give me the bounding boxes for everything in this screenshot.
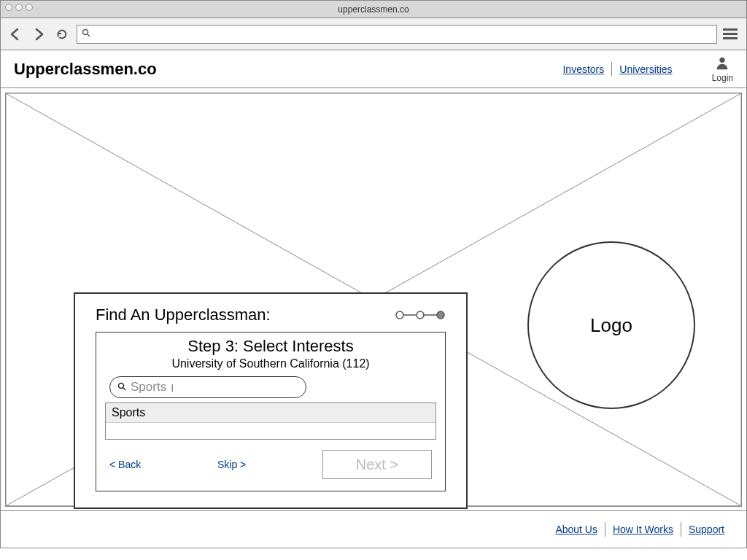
footer-support[interactable]: Support <box>689 524 724 535</box>
nav-separator <box>611 62 612 77</box>
footer-how[interactable]: How It Works <box>613 524 673 535</box>
url-bar[interactable] <box>77 25 717 44</box>
reload-button[interactable] <box>53 26 71 43</box>
suggestion-item[interactable]: Sports <box>106 403 436 423</box>
back-link[interactable]: < Back <box>109 459 141 470</box>
step-box: Step 3: Select Interests University of S… <box>96 332 446 491</box>
brand-logo-text[interactable]: Upperclassmen.co <box>14 60 157 79</box>
hamburger-menu-icon[interactable] <box>723 26 740 43</box>
next-button[interactable]: Next > <box>322 450 432 479</box>
svg-point-10 <box>119 383 124 388</box>
logo-label: Logo <box>590 314 632 337</box>
svg-point-2 <box>720 58 725 63</box>
header-right: Investors Universities Login <box>562 55 733 83</box>
footer-separator <box>681 522 681 537</box>
svg-point-8 <box>417 311 424 319</box>
footer-about[interactable]: About Us <box>555 524 597 535</box>
browser-toolbar <box>1 18 746 50</box>
browser-window: upperclassmen.co Upperclassmen.co Invest… <box>0 0 747 548</box>
header-nav: Investors Universities <box>562 62 672 77</box>
svg-line-11 <box>123 388 125 390</box>
search-value: Sports I <box>131 380 174 394</box>
window-dot[interactable] <box>5 4 12 11</box>
browser-title: upperclassmen.co <box>338 4 409 15</box>
footer-separator <box>605 522 605 537</box>
nav-universities[interactable]: Universities <box>619 63 672 75</box>
user-icon <box>714 55 730 73</box>
svg-point-0 <box>83 30 88 35</box>
skip-link[interactable]: Skip > <box>217 459 246 470</box>
hero-area: Logo Find An Upperclassman: Step 3: Sele… <box>1 88 746 511</box>
window-controls[interactable] <box>5 4 33 11</box>
step-footer: < Back Skip > Next > <box>105 450 436 479</box>
nav-investors[interactable]: Investors <box>562 63 604 75</box>
window-dot[interactable] <box>15 4 23 11</box>
site-header: Upperclassmen.co Investors Universities … <box>1 50 746 88</box>
logo-placeholder: Logo <box>527 241 695 409</box>
panel-title: Find An Upperclassman: <box>96 306 271 324</box>
browser-titlebar: upperclassmen.co <box>1 1 746 18</box>
search-icon <box>117 382 126 393</box>
step-subheading: University of Southern California (112) <box>105 357 436 370</box>
progress-indicator <box>395 310 446 320</box>
suggestion-empty-row <box>106 423 436 439</box>
login-button[interactable]: Login <box>712 55 733 83</box>
find-panel: Find An Upperclassman: Step 3: Select In… <box>74 292 468 509</box>
interest-search-input[interactable]: Sports I <box>109 376 306 398</box>
suggestion-dropdown: Sports <box>105 402 436 440</box>
svg-point-9 <box>437 311 444 319</box>
login-label: Login <box>712 73 733 83</box>
svg-point-7 <box>396 311 403 319</box>
step-heading: Step 3: Select Interests <box>105 337 436 356</box>
text-cursor-icon: I <box>168 381 174 394</box>
svg-line-1 <box>88 34 90 36</box>
back-button[interactable] <box>7 26 24 43</box>
site-footer: About Us How It Works Support <box>1 511 746 548</box>
window-dot[interactable] <box>26 4 33 11</box>
forward-button[interactable] <box>30 26 47 43</box>
search-icon <box>82 28 90 39</box>
